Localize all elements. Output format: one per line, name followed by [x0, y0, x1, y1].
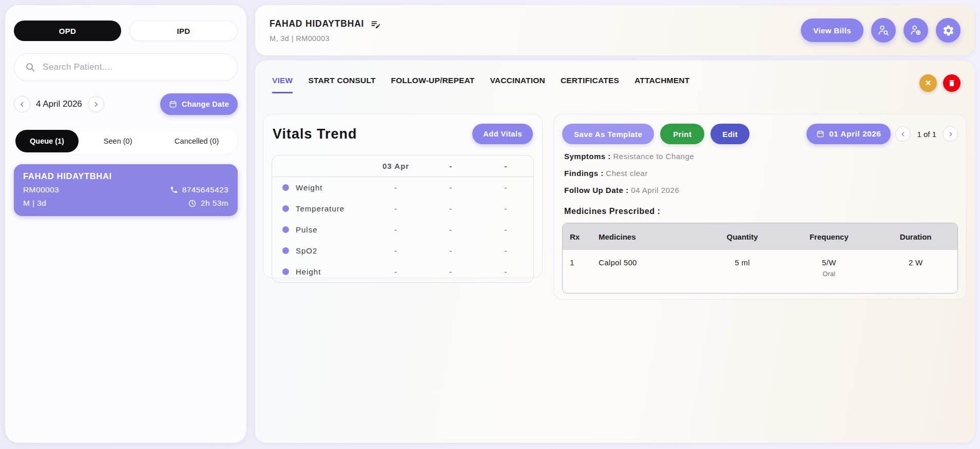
vitals-value: - [424, 246, 478, 255]
search-icon [25, 62, 36, 73]
vitals-value: - [369, 267, 424, 276]
trash-icon [948, 79, 956, 87]
pagination-label: 1 of 1 [917, 130, 936, 139]
tab-attachment[interactable]: ATTACHMENT [635, 76, 689, 93]
consult-tabs: VIEW START CONSULT FOLLOW-UP/REPEAT VACC… [272, 76, 689, 93]
symptoms-label: Symptoms : [564, 152, 611, 161]
medicine-frequency-value: 5/W [787, 258, 871, 267]
chevron-right-icon [92, 101, 99, 108]
tab-vaccination[interactable]: VACCINATION [490, 76, 545, 93]
view-bills-button[interactable]: View Bills [801, 18, 863, 42]
vitals-value: - [424, 183, 478, 192]
tab-cancelled[interactable]: Cancelled (0) [157, 137, 236, 145]
vitals-row-label: Height [296, 267, 321, 276]
patient-search-button[interactable] [871, 18, 896, 43]
patient-id: RM00003 [23, 185, 59, 194]
tab-follow-up-repeat[interactable]: FOLLOW-UP/REPEAT [391, 76, 475, 93]
date-navigation: 4 April 2026 Change Date [14, 93, 238, 115]
calendar-icon [169, 100, 177, 108]
vitals-value: - [424, 225, 478, 234]
medicine-quantity: 5 ml [701, 258, 784, 267]
tab-seen[interactable]: Seen (0) [79, 137, 158, 145]
previous-record-button[interactable] [895, 126, 911, 142]
symptoms-value: Resistance to Change [613, 152, 695, 161]
vitals-row-pulse: Pulse - - - [272, 219, 533, 240]
ipd-toggle-button[interactable]: IPD [129, 21, 238, 41]
medicine-duration: 2 W [874, 258, 957, 267]
vitals-value: - [478, 267, 533, 276]
settings-button[interactable] [936, 18, 960, 43]
bullet-icon [282, 226, 289, 233]
tab-start-consult[interactable]: START CONSULT [308, 76, 375, 93]
patient-name: FAHAD HIDAYTBHAI [23, 171, 228, 181]
vitals-col-2: - [424, 162, 478, 170]
add-patient-button[interactable] [904, 18, 928, 43]
edit-button[interactable]: Edit [710, 124, 750, 144]
medicine-rx: 1 [563, 258, 591, 267]
col-frequency: Frequency [784, 232, 874, 241]
bullet-icon [282, 268, 289, 275]
findings-label: Findings : [564, 169, 604, 178]
vitals-value: - [478, 225, 533, 234]
phone-icon [170, 186, 178, 194]
col-duration: Duration [874, 232, 957, 241]
bullet-icon [282, 205, 289, 212]
vitals-value: - [478, 204, 533, 213]
chevron-right-icon [948, 131, 953, 137]
change-date-button[interactable]: Change Date [160, 93, 238, 115]
vitals-row-temperature: Temperature - - - [272, 198, 533, 219]
close-button[interactable]: ✕ [919, 74, 937, 92]
edit-patient-icon[interactable] [370, 18, 381, 30]
vitals-table-header: 03 Apr - - [272, 155, 533, 177]
patient-queue-card[interactable]: FAHAD HIDAYTBHAI RM00003 8745645423 M | … [14, 164, 238, 216]
vitals-row-height: Height - - - [272, 261, 533, 282]
delete-button[interactable] [943, 74, 960, 92]
vitals-value: - [369, 246, 424, 255]
follow-up-label: Follow Up Date : [564, 186, 629, 194]
patient-wait-time: 2h 53m [201, 199, 228, 208]
medicine-name: Calpol 500 [591, 258, 701, 267]
medicines-prescribed-label: Medicines Prescribed : [562, 207, 958, 216]
person-add-icon [910, 24, 922, 36]
follow-up-line: Follow Up Date : 04 April 2026 [562, 185, 958, 195]
add-vitals-button[interactable]: Add Vitals [472, 124, 533, 144]
record-date-label: 01 April 2026 [829, 129, 881, 139]
tab-view[interactable]: VIEW [272, 76, 293, 93]
opd-toggle-button[interactable]: OPD [14, 21, 121, 41]
col-quantity: Quantity [701, 232, 784, 241]
current-date-label: 4 April 2026 [36, 99, 82, 109]
next-record-button[interactable] [943, 126, 958, 142]
calendar-icon [816, 130, 824, 138]
medicine-row: 1 Calpol 500 5 ml 5/W Oral 2 W [563, 250, 957, 293]
vitals-value: - [478, 246, 533, 255]
opd-ipd-toggle: OPD IPD [14, 21, 238, 41]
patient-header-info: FAHAD HIDAYTBHAI M, 3d | RM00003 [270, 18, 381, 43]
vitals-trend-title: Vitals Trend [273, 126, 357, 142]
vitals-trend-panel: Vitals Trend Add Vitals 03 Apr - - Weigh… [263, 114, 543, 278]
record-date-button[interactable]: 01 April 2026 [806, 124, 891, 144]
tab-queue[interactable]: Queue (1) [15, 130, 79, 152]
tab-certificates[interactable]: CERTIFICATES [561, 76, 619, 93]
patient-search[interactable] [14, 53, 238, 81]
findings-value: Chest clear [606, 169, 647, 178]
vitals-row-spo2: SpO2 - - - [272, 240, 533, 261]
medicine-route: Oral [787, 270, 871, 278]
patient-gender-age: M | 3d [23, 199, 46, 208]
vitals-value: - [369, 183, 424, 192]
queue-status-tabs: Queue (1) Seen (0) Cancelled (0) [14, 128, 238, 154]
medicines-table-header: Rx Medicines Quantity Frequency Duration [563, 223, 957, 250]
next-day-button[interactable] [88, 96, 104, 112]
vitals-value: - [424, 204, 478, 213]
clock-icon [188, 199, 197, 208]
chevron-left-icon [19, 101, 26, 108]
vitals-row-label: Weight [296, 183, 322, 192]
header-patient-name: FAHAD HIDAYTBHAI [270, 18, 364, 29]
close-icon: ✕ [925, 79, 932, 88]
search-input[interactable] [43, 62, 227, 72]
previous-day-button[interactable] [14, 96, 30, 112]
print-button[interactable]: Print [660, 124, 704, 144]
save-as-template-button[interactable]: Save As Template [562, 124, 654, 144]
chevron-left-icon [900, 131, 906, 137]
patient-phone: 8745645423 [182, 185, 228, 194]
col-rx: Rx [563, 232, 591, 241]
